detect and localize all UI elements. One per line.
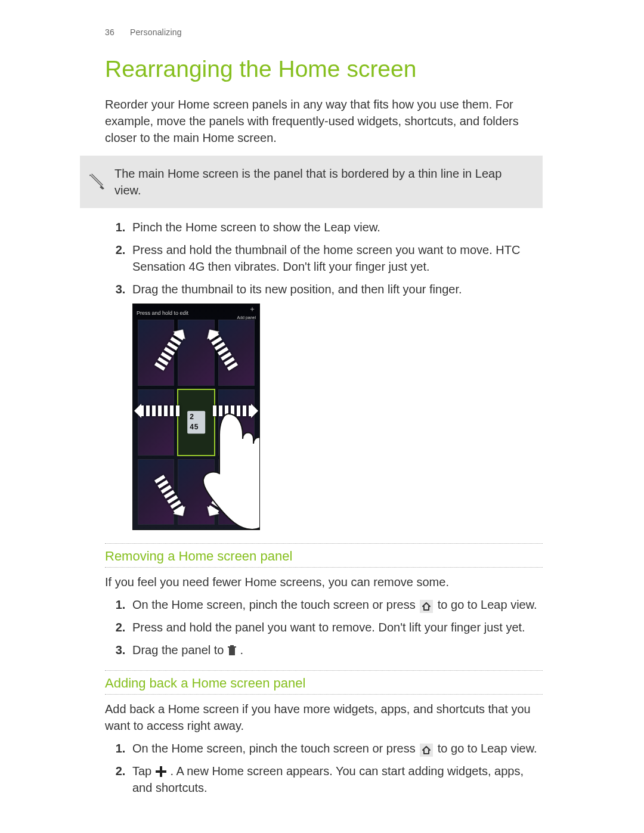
note-text: The main Home screen is the panel that i…: [114, 165, 531, 199]
divider: [105, 567, 543, 568]
pen-icon: [88, 173, 106, 191]
step-item: Drag the panel to .: [129, 642, 543, 658]
step-text: On the Home screen, pinch the touch scre…: [132, 742, 419, 755]
home-icon: [420, 744, 433, 757]
adding-intro: Add back a Home screen if you have more …: [105, 701, 543, 734]
figure-topbar-label: Press and hold to edit: [137, 309, 188, 317]
page-header: 36 Personalizing: [105, 27, 543, 39]
subsection-heading-adding: Adding back a Home screen panel: [105, 674, 543, 693]
step-text: . A new Home screen appears. You can sta…: [132, 764, 524, 794]
page-number: 36: [105, 27, 114, 37]
steps-list: Pinch the Home screen to show the Leap v…: [105, 219, 543, 530]
subsection-heading-removing: Removing a Home screen panel: [105, 547, 543, 566]
removing-intro: If you feel you need fewer Home screens,…: [105, 574, 543, 590]
svg-rect-1: [228, 646, 236, 648]
step-item: Drag the thumbnail to its new position, …: [129, 281, 543, 530]
step-item: Tap . A new Home screen appears. You can…: [129, 763, 543, 796]
removing-steps: On the Home screen, pinch the touch scre…: [105, 596, 543, 658]
step-item: On the Home screen, pinch the touch scre…: [129, 596, 543, 613]
step-item: Press and hold the thumbnail of the home…: [129, 241, 543, 275]
svg-rect-2: [230, 645, 234, 646]
svg-rect-0: [229, 648, 235, 655]
removing-block: If you feel you need fewer Home screens,…: [105, 574, 543, 658]
manual-page: 36 Personalizing Rearranging the Home sc…: [0, 0, 644, 833]
trash-icon: [227, 645, 237, 657]
step-text: On the Home screen, pinch the touch scre…: [132, 598, 419, 611]
step-text: to go to Leap view.: [438, 742, 537, 755]
step-item: Press and hold the panel you want to rem…: [129, 619, 543, 636]
finger-icon: [187, 408, 260, 530]
note-callout: The main Home screen is the panel that i…: [80, 156, 543, 208]
divider: [105, 543, 543, 544]
step-text: Drag the panel to: [132, 643, 227, 657]
step-text: Drag the thumbnail to its new position, …: [132, 283, 462, 296]
step-text: Tap: [132, 764, 155, 778]
page-title: Rearranging the Home screen: [105, 55, 543, 83]
adding-steps: On the Home screen, pinch the touch scre…: [105, 740, 543, 796]
divider: [105, 694, 543, 695]
figure-topbar-action: Add panel: [237, 315, 256, 320]
figure-plus-icon: ＋: [249, 305, 256, 313]
home-icon: [420, 600, 433, 613]
plus-icon: [155, 766, 167, 778]
divider: [105, 670, 543, 671]
step-item: Pinch the Home screen to show the Leap v…: [129, 219, 543, 236]
adding-block: Add back a Home screen if you have more …: [105, 701, 543, 796]
step-text: .: [240, 643, 244, 657]
leap-view-figure: Press and hold to edit ＋ Add panel 2 45: [132, 304, 543, 530]
intro-paragraph: Reorder your Home screen panels in any w…: [105, 96, 543, 146]
section-name: Personalizing: [130, 27, 182, 37]
arrow-icon: [140, 405, 179, 416]
step-text: to go to Leap view.: [438, 598, 537, 611]
step-item: On the Home screen, pinch the touch scre…: [129, 740, 543, 757]
